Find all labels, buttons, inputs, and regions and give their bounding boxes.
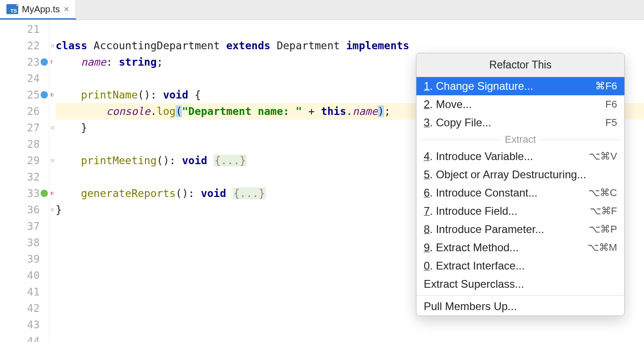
line-number: 37	[0, 218, 49, 234]
popup-menu-item[interactable]: Pull Members Up...	[416, 297, 624, 316]
line-number-gutter: 212223↑2425↑262728293233↑363738394041424…	[0, 20, 49, 342]
popup-menu-item[interactable]: 2. Move...F6	[416, 95, 624, 114]
keyboard-shortcut: ⌥⌘M	[587, 242, 617, 254]
fold-toggle[interactable]	[49, 234, 56, 251]
popup-menu-item[interactable]: 7. Introduce Field...⌥⌘F	[416, 202, 624, 220]
menu-item-label: 8. Introduce Parameter...	[424, 223, 544, 236]
fold-toggle[interactable]: ⊟	[49, 152, 56, 169]
code-editor[interactable]: 212223↑2425↑262728293233↑363738394041424…	[0, 20, 644, 342]
line-number: 44	[0, 333, 49, 342]
line-number: 23↑	[0, 54, 49, 70]
folded-region[interactable]: {...}	[233, 187, 266, 199]
override-gutter-icon[interactable]	[41, 58, 48, 66]
line-number: 39	[0, 251, 49, 267]
line-number: 22	[0, 37, 49, 54]
menu-item-label: 3. Copy File...	[424, 116, 491, 129]
fold-toggle[interactable]: ⊡	[49, 202, 56, 218]
line-number: 40	[0, 267, 49, 284]
tab-filename: MyApp.ts	[22, 4, 60, 15]
popup-menu-item[interactable]: Extract Superclass...	[416, 275, 624, 293]
menu-item-label: 6. Introduce Constant...	[424, 187, 538, 199]
editor-tab-active[interactable]: TS MyApp.ts ✕	[0, 0, 76, 20]
fold-toggle[interactable]	[49, 284, 56, 300]
menu-item-label: 4. Introduce Variable...	[424, 150, 533, 163]
line-number: 41	[0, 284, 49, 300]
line-number: 32	[0, 169, 49, 185]
up-arrow-icon: ↑	[50, 58, 53, 65]
popup-title: Refactor This	[416, 53, 624, 77]
line-number: 26	[0, 103, 49, 119]
popup-menu-item[interactable]: 5. Object or Array Destructuring...	[416, 166, 624, 184]
code-line: class AccountingDepartment extends Depar…	[56, 37, 644, 54]
menu-item-label: Pull Members Up...	[424, 300, 517, 313]
fold-toggle[interactable]	[49, 136, 56, 152]
fold-toggle[interactable]: ⊟	[49, 37, 56, 54]
menu-item-label: 0. Extract Interface...	[424, 259, 525, 272]
menu-item-label: 2. Move...	[424, 98, 472, 111]
code-line	[56, 333, 644, 342]
fold-toggle[interactable]	[49, 333, 56, 342]
fold-toggle[interactable]: ⊡	[49, 119, 56, 136]
line-number: 33↑	[0, 185, 49, 202]
popup-menu-item[interactable]: 4. Introduce Variable...⌥⌘V	[416, 147, 624, 166]
up-arrow-icon: ↑	[50, 91, 53, 98]
fold-toggle[interactable]	[49, 169, 56, 185]
menu-item-label: 7. Introduce Field...	[424, 205, 517, 218]
popup-menu-item[interactable]: 1. Change Signature...⌘F6	[416, 77, 624, 95]
line-number: 24	[0, 70, 49, 87]
keyboard-shortcut: ⌥⌘V	[589, 150, 617, 162]
line-number: 21	[0, 21, 49, 37]
fold-toggle[interactable]	[49, 218, 56, 234]
line-number: 42	[0, 300, 49, 316]
fold-toggle[interactable]	[49, 103, 56, 119]
folded-region[interactable]: {...}	[213, 155, 247, 166]
code-line	[56, 21, 644, 37]
popup-separator	[416, 295, 624, 295]
menu-item-label: Extract Superclass...	[424, 278, 524, 290]
popup-menu-item[interactable]: 0. Extract Interface...	[416, 257, 624, 275]
popup-menu-item[interactable]: 6. Introduce Constant...⌥⌘C	[416, 184, 624, 202]
popup-section-header: Extract	[416, 134, 624, 145]
line-number: 38	[0, 234, 49, 251]
line-number: 36	[0, 202, 49, 218]
menu-item-label: 1. Change Signature...	[424, 80, 533, 93]
code-line	[56, 316, 644, 333]
keyboard-shortcut: ⌥⌘C	[588, 187, 617, 199]
refactor-popup: Refactor This 1. Change Signature...⌘F62…	[416, 53, 625, 316]
line-number: 27	[0, 119, 49, 136]
keyboard-shortcut: ⌘F6	[595, 80, 617, 92]
keyboard-shortcut: ⌥⌘P	[589, 223, 617, 235]
implements-gutter-icon[interactable]	[41, 190, 48, 197]
keyboard-shortcut: F5	[605, 117, 617, 129]
override-gutter-icon[interactable]	[41, 91, 48, 98]
line-number: 29	[0, 152, 49, 169]
fold-toggle[interactable]	[49, 251, 56, 267]
close-icon[interactable]: ✕	[63, 5, 69, 14]
up-arrow-icon: ↑	[50, 189, 53, 197]
popup-menu-item[interactable]: 9. Extract Method...⌥⌘M	[416, 238, 624, 257]
popup-menu-item[interactable]: 3. Copy File...F5	[416, 114, 624, 132]
keyboard-shortcut: ⌥⌘F	[590, 205, 617, 217]
menu-item-label: 9. Extract Method...	[424, 241, 519, 254]
fold-column: ⊟⊟⊡⊟⊟⊡	[49, 20, 56, 342]
tab-bar: TS MyApp.ts ✕	[0, 0, 644, 20]
line-number: 28	[0, 136, 49, 152]
popup-menu-item[interactable]: 8. Introduce Parameter...⌥⌘P	[416, 220, 624, 238]
fold-toggle[interactable]	[49, 267, 56, 284]
keyboard-shortcut: F6	[605, 98, 617, 110]
fold-toggle[interactable]	[49, 21, 56, 37]
fold-toggle[interactable]	[49, 70, 56, 87]
typescript-file-icon: TS	[6, 4, 18, 14]
fold-toggle[interactable]	[49, 300, 56, 316]
line-number: 25↑	[0, 87, 49, 103]
menu-item-label: 5. Object or Array Destructuring...	[424, 168, 586, 181]
line-number: 43	[0, 316, 49, 333]
fold-toggle[interactable]	[49, 316, 56, 333]
